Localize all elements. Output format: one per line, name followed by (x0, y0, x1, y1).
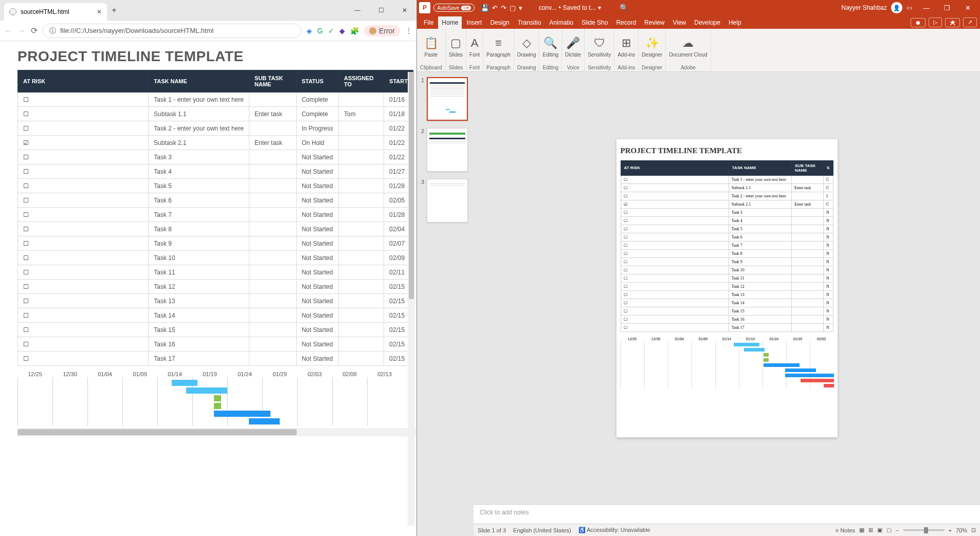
ribbon-tab-slide sho[interactable]: Slide Sho (578, 16, 611, 29)
site-info-icon[interactable]: ⓘ (49, 26, 56, 35)
menu-icon[interactable]: ⋮ (405, 27, 412, 35)
ribbon-group-voice[interactable]: 🎤DictateVoice (562, 29, 585, 71)
slide-thumb-1[interactable]: 1 (421, 77, 469, 121)
ribbon-group-sensitivity[interactable]: 🛡SensitivitySensitivity (585, 29, 614, 71)
risk-checkbox[interactable]: ☐ (18, 352, 149, 366)
risk-checkbox[interactable]: ☐ (18, 308, 149, 323)
notes-pane[interactable]: Click to add notes (474, 504, 980, 524)
back-icon[interactable]: ← (4, 26, 12, 35)
slide-area[interactable]: PROJECT TIMELINE TEMPLATE AT RISK TASK N… (474, 72, 980, 504)
ribbon-group-add-ins[interactable]: ⊞Add-insAdd-ins (614, 29, 639, 71)
ribbon-group-paragraph[interactable]: ≡ParagraphParagraph (483, 29, 514, 71)
present-button[interactable]: ▷ (929, 17, 942, 27)
risk-checkbox[interactable]: ☐ (18, 251, 149, 265)
zoom-in-icon[interactable]: + (949, 527, 952, 533)
restore-icon[interactable]: ❐ (937, 4, 957, 12)
ext-icon[interactable]: ◆ (339, 27, 345, 35)
language-indicator[interactable]: English (United States) (513, 527, 571, 533)
save-icon[interactable]: 💾 (481, 4, 489, 12)
ribbon-group-adobe[interactable]: ☁Document CloudAdobe (666, 29, 711, 71)
cell-sub (249, 222, 297, 236)
new-tab-button[interactable]: + (107, 6, 121, 15)
ribbon-group-slides[interactable]: ▢SlidesSlides (446, 29, 466, 71)
risk-checkbox[interactable]: ☐ (18, 265, 149, 280)
risk-checkbox[interactable]: ☐ (18, 121, 149, 136)
cell-assigned (339, 208, 384, 222)
extensions-icon[interactable]: 🧩 (350, 27, 359, 35)
minimize-icon[interactable]: — (346, 2, 369, 19)
risk-checkbox[interactable]: ☐ (18, 222, 149, 236)
slide-indicator[interactable]: Slide 1 of 3 (478, 527, 506, 533)
search-icon[interactable]: 🔍 (620, 4, 628, 12)
vertical-scrollbar[interactable] (408, 72, 415, 526)
ribbon-tab-review[interactable]: Review (641, 16, 668, 29)
ribbon-tab-design[interactable]: Design (486, 16, 513, 29)
share-button[interactable]: 🟊 (945, 18, 960, 27)
zoom-out-icon[interactable]: − (896, 527, 899, 533)
ribbon-group-clipboard[interactable]: 📋PasteClipboard (417, 29, 446, 71)
user-name[interactable]: Nayyer Shahbaz (841, 4, 887, 11)
ribbon-display-icon[interactable]: ▭ (906, 4, 912, 11)
notes-toggle[interactable]: ≡ Notes (836, 527, 855, 533)
undo-icon[interactable]: ↶ (492, 4, 498, 12)
risk-checkbox[interactable]: ☐ (18, 193, 149, 208)
slide-thumb-2[interactable]: 2 (421, 128, 469, 172)
close-tab-icon[interactable]: ✕ (97, 8, 102, 15)
ribbon-tab-insert[interactable]: Insert (463, 16, 485, 29)
accessibility-indicator[interactable]: ♿ Accessibility: Unavailable (578, 527, 650, 533)
qat-dropdown-icon[interactable]: ▾ (519, 4, 522, 12)
ribbon-tab-animatio[interactable]: Animatio (546, 16, 577, 29)
ribbon-tab-home[interactable]: Home (438, 16, 462, 29)
ribbon-tab-record[interactable]: Record (612, 16, 640, 29)
forward-icon[interactable]: → (17, 26, 26, 35)
slideshow-icon[interactable]: ▢ (510, 4, 516, 12)
risk-checkbox[interactable]: ☐ (18, 179, 149, 193)
share-dropdown[interactable]: ↗ (963, 17, 977, 27)
risk-checkbox[interactable]: ☐ (18, 294, 149, 308)
view-normal-icon[interactable]: ▦ (859, 527, 864, 533)
close-icon[interactable]: ✕ (957, 4, 978, 12)
risk-checkbox[interactable]: ☐ (18, 107, 149, 121)
risk-checkbox[interactable]: ☐ (18, 323, 149, 337)
minimize-icon[interactable]: — (916, 4, 937, 12)
risk-checkbox[interactable]: ☑ (18, 136, 149, 150)
record-button[interactable]: ⏺ (911, 18, 925, 27)
view-reading-icon[interactable]: ▣ (877, 527, 882, 533)
browser-tab[interactable]: ◌ sourceHTML.html ✕ (4, 3, 107, 21)
ext-icon[interactable]: ◈ (306, 27, 312, 35)
ribbon-tab-transitio[interactable]: Transitio (514, 16, 545, 29)
document-name[interactable]: conv... • Saved to t... ▾ (539, 4, 601, 11)
risk-checkbox[interactable]: ☐ (18, 337, 149, 352)
fit-to-window-icon[interactable]: ⊡ (971, 527, 976, 533)
ribbon-tab-help[interactable]: Help (725, 16, 745, 29)
ribbon-group-designer[interactable]: ✨DesignerDesigner (639, 29, 666, 71)
ext-icon[interactable]: G (317, 27, 323, 35)
horizontal-scrollbar[interactable] (17, 428, 416, 436)
ext-icon[interactable]: ✓ (328, 27, 334, 35)
ribbon-tab-file[interactable]: File (420, 16, 437, 29)
risk-checkbox[interactable]: ☐ (18, 236, 149, 251)
risk-checkbox[interactable]: ☐ (18, 280, 149, 294)
ribbon-group-editing[interactable]: 🔍EditingEditing (539, 29, 562, 71)
zoom-level[interactable]: 70% (956, 527, 967, 533)
zoom-slider[interactable] (903, 529, 945, 531)
redo-icon[interactable]: ↷ (501, 4, 506, 12)
maximize-icon[interactable]: ☐ (369, 2, 393, 19)
ribbon-tab-view[interactable]: View (669, 16, 689, 29)
autosave-toggle[interactable]: AutoSave Off (433, 4, 475, 12)
reload-icon[interactable]: ⟳ (31, 26, 38, 35)
view-sorter-icon[interactable]: ⊞ (868, 527, 873, 533)
risk-checkbox[interactable]: ☐ (18, 208, 149, 222)
risk-checkbox[interactable]: ☐ (18, 93, 149, 107)
close-window-icon[interactable]: ✕ (393, 2, 416, 19)
ribbon-group-drawing[interactable]: ◇DrawingDrawing (514, 29, 540, 71)
url-input[interactable]: ⓘ file:///C:/Users/nayyer/Downloads/sour… (43, 24, 301, 38)
risk-checkbox[interactable]: ☐ (18, 164, 149, 179)
slide-thumb-3[interactable]: 3 (421, 179, 469, 223)
view-slideshow-icon[interactable]: ▢ (886, 527, 892, 533)
ribbon-tab-develope[interactable]: Develope (691, 16, 724, 29)
ribbon-group-font[interactable]: AFontFont (466, 29, 483, 71)
profile-error-chip[interactable]: Error (364, 25, 400, 36)
avatar-icon[interactable]: 👤 (891, 2, 902, 13)
risk-checkbox[interactable]: ☐ (18, 150, 149, 164)
